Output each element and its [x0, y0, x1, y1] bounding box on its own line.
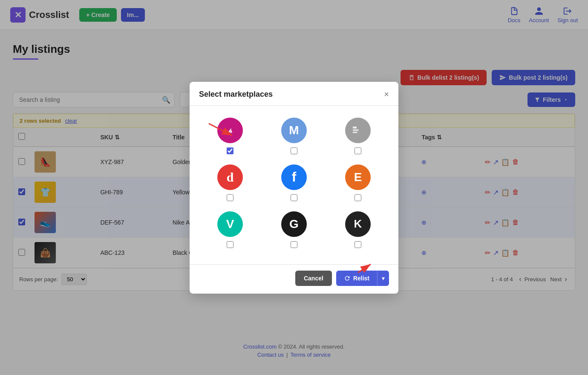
- marketplace-item-grailed: G: [266, 211, 322, 248]
- shopify-logo: [352, 124, 364, 137]
- facebook-icon: f: [281, 164, 307, 190]
- svg-rect-5: [353, 132, 357, 133]
- poshmark-checkbox[interactable]: [227, 147, 233, 154]
- mercari-checkbox[interactable]: [291, 147, 297, 154]
- select-marketplaces-modal: Select marketplaces × 𝓅 M: [190, 82, 398, 294]
- modal-overlay[interactable]: Select marketplaces × 𝓅 M: [0, 0, 588, 375]
- modal-cancel-button[interactable]: Cancel: [295, 271, 332, 286]
- relist-icon: [344, 275, 351, 282]
- modal-title: Select marketplaces: [199, 90, 273, 99]
- marketplace-item-vestiaire: V: [202, 211, 258, 248]
- relist-label: Relist: [353, 275, 369, 282]
- facebook-checkbox[interactable]: [291, 194, 297, 201]
- vestiaire-checkbox[interactable]: [227, 241, 233, 248]
- svg-text:𝓅: 𝓅: [227, 127, 233, 134]
- marketplace-item-shopify: [330, 118, 386, 154]
- relist-dropdown-button[interactable]: ▾: [377, 271, 389, 286]
- kidizen-icon: K: [345, 211, 371, 237]
- grailed-icon: G: [281, 211, 307, 237]
- etsy-checkbox[interactable]: [355, 194, 361, 201]
- marketplace-item-depop: d: [202, 164, 258, 201]
- etsy-icon: E: [345, 164, 371, 190]
- modal-close-button[interactable]: ×: [384, 89, 389, 99]
- svg-rect-3: [353, 127, 357, 129]
- kidizen-checkbox[interactable]: [355, 241, 361, 248]
- modal-body: 𝓅 M: [190, 106, 398, 264]
- svg-rect-4: [353, 129, 359, 130]
- shopify-icon: [345, 118, 371, 143]
- marketplace-item-etsy: E: [330, 164, 386, 201]
- marketplace-grid: 𝓅 M: [202, 118, 386, 248]
- mercari-icon: M: [281, 118, 307, 143]
- relist-button-group: Relist ▾: [336, 271, 389, 286]
- poshmark-icon: 𝓅: [217, 118, 243, 143]
- poshmark-logo: 𝓅: [222, 123, 238, 138]
- marketplace-item-facebook: f: [266, 164, 322, 201]
- modal-header: Select marketplaces ×: [190, 82, 398, 106]
- vestiaire-icon: V: [217, 211, 243, 237]
- marketplace-item-mercari: M: [266, 118, 322, 154]
- marketplace-item-kidizen: K: [330, 211, 386, 248]
- marketplace-item-poshmark: 𝓅: [202, 118, 258, 154]
- modal-footer: Cancel Relist ▾: [190, 264, 398, 294]
- grailed-checkbox[interactable]: [291, 241, 297, 248]
- relist-button[interactable]: Relist: [336, 271, 377, 286]
- depop-icon: d: [217, 164, 243, 190]
- shopify-checkbox[interactable]: [355, 147, 361, 154]
- depop-checkbox[interactable]: [227, 194, 233, 201]
